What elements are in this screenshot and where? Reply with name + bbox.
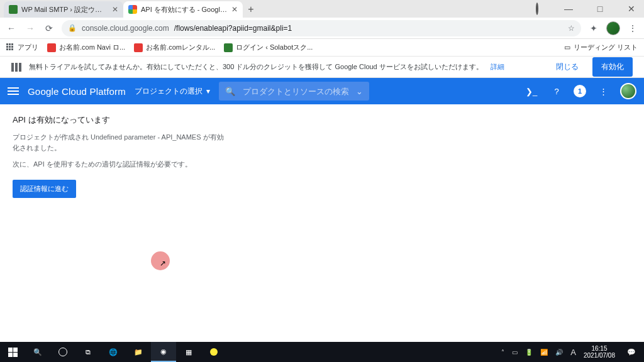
reading-list-button[interactable]: ▭ リーディング リスト [564,43,638,52]
help-icon[interactable]: ? [548,87,565,96]
bookmark-item[interactable]: お名前.com Navi ロ... [47,43,125,52]
notification-center-button[interactable]: 💬 [619,342,644,362]
tray-battery-icon[interactable]: 🔋 [525,349,533,356]
lock-icon: 🔒 [68,24,77,32]
trial-details-link[interactable]: 詳細 [491,62,504,72]
bookmark-favicon-icon [134,43,143,52]
taskbar-app-yellow[interactable] [201,342,226,362]
bookmark-item[interactable]: お名前.comレンタル... [134,43,215,52]
extensions-icon[interactable]: ✦ [587,23,600,33]
reload-button[interactable]: ⟳ [43,23,55,33]
back-button[interactable]: ← [5,23,18,33]
apps-grid-icon [6,43,15,52]
bookmark-label: ログイン ‹ Solabotスク... [236,43,313,52]
gcp-search[interactable]: 🔍 ⌄ [219,82,369,101]
browser-tab[interactable]: API を有効にする - Google Cloud ✕ [123,1,243,18]
system-tray[interactable]: ˄ ▭ 🔋 📶 🔊 A [497,348,580,357]
bookmarks-bar: アプリ お名前.com Navi ロ... お名前.comレンタル... ログイ… [0,39,644,57]
project-selector[interactable]: プロジェクトの選択 ▾ [135,86,210,97]
tray-volume-icon[interactable]: 🔊 [555,349,563,356]
gcp-logo[interactable]: Google Cloud Platform [28,86,126,97]
close-tab-icon[interactable]: ✕ [112,5,118,14]
main-content: API は有効になっています プロジェクトが作成され Undefined par… [0,104,644,208]
profile-avatar[interactable] [606,21,620,35]
search-input[interactable] [243,87,348,96]
star-icon[interactable]: ☆ [568,24,575,33]
tab-title: WP Mail SMTP › 設定ウィザード [21,5,108,14]
cursor-highlight [151,251,170,270]
project-selector-label: プロジェクトの選択 [135,86,203,97]
trial-activate-button[interactable]: 有効化 [592,57,633,77]
address-bar[interactable]: 🔒 console.cloud.google.com/flows/enablea… [62,20,581,36]
apps-shortcut[interactable]: アプリ [6,43,38,52]
status-line-1: プロジェクトが作成され Undefined parameter - API_NA… [13,132,226,153]
taskbar-app-other[interactable]: ▦ [176,342,201,362]
page-heading: API は有効になっています [13,114,631,126]
caret-down-icon: ▾ [206,87,210,96]
credentials-button[interactable]: 認証情報に進む [13,180,76,198]
status-line-2: 次に、API を使用するための適切な認証情報が必要です。 [13,159,226,170]
hamburger-menu-icon[interactable] [8,87,19,95]
tray-wifi-icon[interactable]: 📶 [540,349,548,356]
taskbar-app-explorer[interactable]: 📁 [126,342,151,362]
bookmark-favicon-icon [224,43,233,52]
reading-list-label: リーディング リスト [574,43,638,52]
tray-network-icon[interactable]: ▭ [512,349,518,356]
bookmark-favicon-icon [47,43,56,52]
taskview-button[interactable]: ⧉ [75,342,101,362]
trial-banner: 無料トライアルを試してみませんか。有効にしていただくと、300 ドル分のクレジッ… [0,57,644,78]
gift-icon [11,63,21,72]
url-host: console.cloud.google.com [82,24,169,33]
cortana-button[interactable] [50,342,75,362]
search-button[interactable]: 🔍 [25,342,50,362]
start-button[interactable] [0,342,25,362]
more-menu-icon[interactable]: ⋮ [595,87,611,96]
tab-title: API を有効にする - Google Cloud [141,5,228,14]
favicon-icon [9,5,18,14]
url-path: /flows/enableapi?apiid=gmail&pli=1 [174,24,292,33]
forward-button[interactable]: → [24,23,36,33]
taskbar-clock[interactable]: 16:15 2021/07/08 [580,345,619,359]
clock-time: 16:15 [584,345,615,352]
apps-label: アプリ [18,43,38,52]
browser-tab[interactable]: WP Mail SMTP › 設定ウィザード ✕ [4,1,123,18]
taskbar-app-chrome[interactable]: ◉ [151,342,176,362]
account-avatar[interactable] [620,83,636,99]
taskbar-app-edge[interactable]: 🌐 [101,342,126,362]
tray-chevron-icon[interactable]: ˄ [501,349,504,356]
tray-ime-indicator[interactable]: A [570,348,576,357]
clock-date: 2021/07/08 [584,352,615,359]
trial-close-button[interactable]: 閉じる [550,58,585,76]
chrome-menu-icon[interactable]: ⋮ [626,23,639,33]
bookmark-item[interactable]: ログイン ‹ Solabotスク... [224,43,313,52]
notifications-badge[interactable]: 1 [574,85,586,97]
reading-list-icon: ▭ [564,43,570,52]
bookmark-label: お名前.comレンタル... [146,43,215,52]
search-icon: 🔍 [225,87,235,96]
chrome-toolbar: ← → ⟳ 🔒 console.cloud.google.com/flows/e… [0,18,644,39]
favicon-icon [128,5,137,14]
gcp-appbar: Google Cloud Platform プロジェクトの選択 ▾ 🔍 ⌄ ❯_… [0,78,644,104]
new-tab-button[interactable]: + [243,1,259,18]
record-icon [527,4,547,14]
close-tab-icon[interactable]: ✕ [231,5,238,14]
maximize-button[interactable]: □ [590,4,610,14]
minimize-button[interactable]: — [558,4,579,14]
windows-taskbar: 🔍 ⧉ 🌐 📁 ◉ ▦ ˄ ▭ 🔋 📶 🔊 A 16:15 2021/07/08… [0,342,644,362]
bookmark-label: お名前.com Navi ロ... [59,43,125,52]
trial-text: 無料トライアルを試してみませんか。有効にしていただくと、300 ドル分のクレジッ… [29,62,483,72]
cloud-shell-icon[interactable]: ❯_ [523,87,540,96]
search-caret-icon[interactable]: ⌄ [356,87,363,96]
close-window-button[interactable]: ✕ [621,4,641,14]
